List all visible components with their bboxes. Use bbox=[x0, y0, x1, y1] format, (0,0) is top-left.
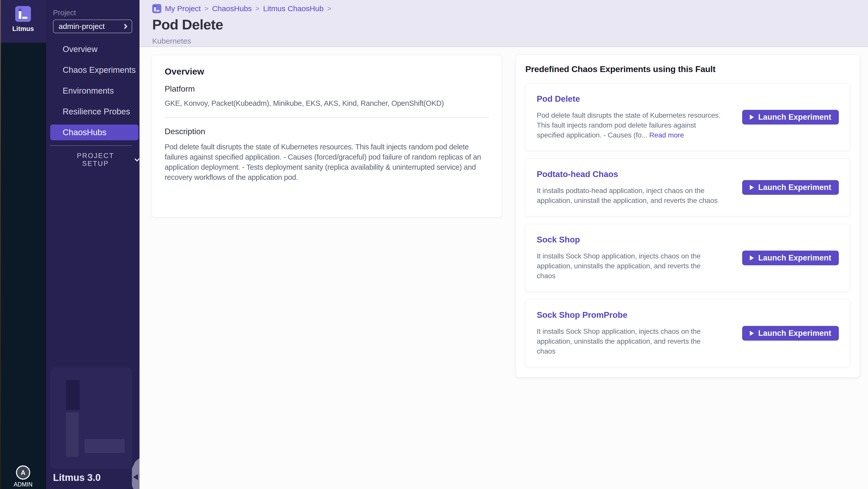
version-label: Litmus 3.0 bbox=[53, 472, 101, 483]
breadcrumb-separator: > bbox=[255, 5, 259, 13]
play-icon bbox=[750, 255, 754, 261]
litmus-watermark bbox=[50, 367, 132, 469]
watermark-bar bbox=[66, 412, 79, 457]
experiment-description: It installs Sock Shop application, injec… bbox=[537, 251, 721, 281]
chevron-right-icon bbox=[122, 24, 127, 29]
experiment-info: Pod Delete Pod delete fault disrupts the… bbox=[537, 94, 735, 140]
platform-value: GKE, Konvoy, Packet(Kubeadm), Minikube, … bbox=[165, 99, 489, 108]
read-more-link[interactable]: Read more bbox=[649, 131, 684, 139]
sidebar-item-environments[interactable]: Environments bbox=[50, 83, 138, 99]
launch-experiment-button[interactable]: Launch Experiment bbox=[742, 251, 839, 265]
page-header: My Project > ChaosHubs > Litmus ChaosHub… bbox=[140, 0, 868, 47]
sidebar-item-chaoshubs[interactable]: ChaosHubs bbox=[50, 125, 138, 140]
breadcrumb-my-project[interactable]: My Project bbox=[165, 4, 201, 13]
sidebar-nav: Overview Chaos Experiments Environments … bbox=[46, 41, 140, 140]
description-text: Pod delete fault disrupts the state of K… bbox=[165, 142, 489, 182]
sidebar-collapse-button[interactable] bbox=[132, 458, 140, 489]
sidebar-item-overview[interactable]: Overview bbox=[50, 41, 138, 57]
project-setup-toggle[interactable]: PROJECT SETUP bbox=[46, 154, 140, 165]
sidebar-item-label: Resilience Probes bbox=[63, 107, 130, 116]
sidebar-divider bbox=[50, 145, 132, 146]
sidebar: Project admin-project Overview Chaos Exp… bbox=[46, 0, 140, 489]
watermark-bar bbox=[66, 380, 80, 410]
logo-notch bbox=[19, 9, 21, 11]
litmus-logo-icon[interactable] bbox=[15, 6, 31, 22]
experiments-panel: Predefined Chaos Experiments using this … bbox=[516, 55, 859, 377]
experiment-description-text: Pod delete fault disrupts the state of K… bbox=[537, 111, 720, 139]
experiment-info: Podtato-head Chaos It installs podtato-h… bbox=[537, 170, 735, 206]
logo-notch bbox=[154, 6, 156, 7]
brand-block: Litmus bbox=[0, 0, 46, 42]
breadcrumb-separator: > bbox=[205, 5, 209, 13]
experiment-title-link[interactable]: Sock Shop bbox=[537, 235, 580, 245]
breadcrumb-logo-icon bbox=[152, 4, 161, 13]
play-icon bbox=[750, 185, 754, 190]
overview-card: Overview Platform GKE, Konvoy, Packet(Ku… bbox=[152, 55, 502, 217]
project-selector-value: admin-project bbox=[59, 22, 123, 31]
sidebar-item-label: Chaos Experiments bbox=[63, 65, 136, 74]
experiment-description: It installs Sock Shop application, injec… bbox=[537, 327, 721, 356]
triangle-left-icon bbox=[133, 474, 138, 480]
window-edge bbox=[0, 0, 1, 489]
play-icon bbox=[750, 115, 754, 120]
experiment-card-sock-shop: Sock Shop It installs Sock Shop applicat… bbox=[525, 224, 850, 292]
user-menu[interactable]: A ADMIN bbox=[0, 465, 46, 488]
overview-heading: Overview bbox=[165, 66, 489, 77]
breadcrumb-chaoshubs[interactable]: ChaosHubs bbox=[212, 4, 252, 13]
main-content: My Project > ChaosHubs > Litmus ChaosHub… bbox=[140, 0, 868, 489]
sidebar-item-chaos-experiments[interactable]: Chaos Experiments bbox=[50, 62, 138, 78]
play-icon bbox=[750, 331, 754, 336]
project-label: Project bbox=[53, 9, 140, 17]
admin-label: ADMIN bbox=[14, 481, 32, 488]
launch-experiment-button[interactable]: Launch Experiment bbox=[742, 110, 839, 125]
brand-name: Litmus bbox=[12, 25, 34, 33]
experiment-card-podtato-head: Podtato-head Chaos It installs podtato-h… bbox=[525, 158, 850, 216]
project-selector[interactable]: admin-project bbox=[53, 20, 132, 33]
page-title: Pod Delete bbox=[152, 16, 868, 33]
breadcrumb: My Project > ChaosHubs > Litmus ChaosHub… bbox=[152, 4, 868, 13]
page-subtitle: Kubernetes bbox=[152, 37, 868, 45]
watermark-bar bbox=[85, 439, 125, 453]
experiment-description: It installs podtato-head application, in… bbox=[537, 186, 721, 206]
left-rail: Litmus A ADMIN bbox=[0, 0, 46, 489]
experiment-info: Sock Shop It installs Sock Shop applicat… bbox=[537, 235, 735, 281]
app-root: Litmus A ADMIN Project admin-project Ove… bbox=[0, 0, 868, 489]
breadcrumb-litmus-chaoshub[interactable]: Litmus ChaosHub bbox=[263, 4, 323, 13]
sidebar-item-label: Overview bbox=[63, 44, 98, 54]
launch-experiment-button[interactable]: Launch Experiment bbox=[742, 180, 839, 195]
experiment-card-sock-shop-promprobe: Sock Shop PromProbe It installs Sock Sho… bbox=[525, 299, 850, 367]
experiment-title-link[interactable]: Sock Shop PromProbe bbox=[537, 310, 627, 320]
project-setup-label: PROJECT SETUP bbox=[63, 152, 128, 167]
content-area: Overview Platform GKE, Konvoy, Packet(Ku… bbox=[140, 47, 868, 377]
experiment-title-link[interactable]: Podtato-head Chaos bbox=[537, 170, 618, 179]
experiment-description: Pod delete fault disrupts the state of K… bbox=[537, 110, 721, 140]
avatar[interactable]: A bbox=[16, 465, 30, 480]
logo-bar-horizontal bbox=[22, 17, 27, 19]
launch-button-label: Launch Experiment bbox=[758, 183, 831, 192]
breadcrumb-separator: > bbox=[327, 5, 331, 13]
launch-button-label: Launch Experiment bbox=[758, 113, 831, 122]
chevron-down-icon bbox=[134, 156, 140, 161]
experiment-title-link[interactable]: Pod Delete bbox=[537, 94, 580, 104]
sidebar-item-label: Environments bbox=[63, 86, 114, 95]
logo-bar-horizontal bbox=[156, 10, 159, 11]
experiments-heading: Predefined Chaos Experiments using this … bbox=[525, 64, 850, 74]
experiment-card-pod-delete: Pod Delete Pod delete fault disrupts the… bbox=[525, 83, 850, 151]
overview-divider bbox=[165, 117, 489, 118]
launch-experiment-button[interactable]: Launch Experiment bbox=[742, 326, 839, 341]
launch-button-label: Launch Experiment bbox=[758, 253, 831, 263]
sidebar-item-label: ChaosHubs bbox=[63, 128, 106, 137]
platform-label: Platform bbox=[165, 84, 489, 94]
avatar-initial: A bbox=[21, 469, 25, 476]
sidebar-item-resilience-probes[interactable]: Resilience Probes bbox=[50, 104, 138, 119]
experiment-info: Sock Shop PromProbe It installs Sock Sho… bbox=[537, 310, 735, 356]
description-label: Description bbox=[165, 127, 489, 136]
launch-button-label: Launch Experiment bbox=[758, 329, 831, 338]
